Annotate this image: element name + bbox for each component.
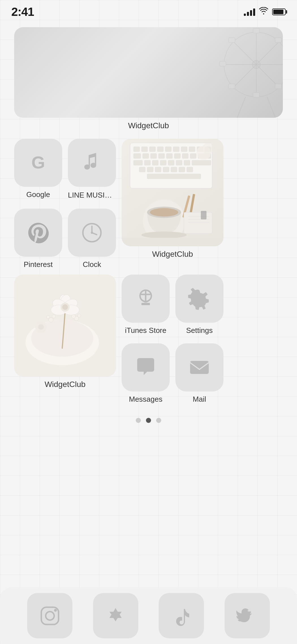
svg-rect-35 — [189, 147, 195, 152]
svg-rect-30 — [149, 147, 156, 152]
app-grid-right: iTunes Store Settings M — [122, 275, 223, 404]
svg-rect-49 — [152, 160, 158, 165]
svg-line-8 — [256, 42, 279, 65]
dock — [0, 587, 297, 644]
svg-rect-34 — [181, 147, 187, 152]
svg-point-65 — [150, 208, 178, 217]
battery-icon — [272, 8, 286, 15]
mail-icon-bg[interactable] — [175, 343, 223, 391]
google-app[interactable]: G Google — [14, 139, 62, 200]
google-icon: G — [25, 150, 51, 176]
tiktok-icon — [169, 604, 193, 628]
widget-1-label: WidgetClub — [14, 121, 283, 130]
svg-rect-57 — [155, 167, 161, 172]
svg-rect-53 — [184, 160, 190, 165]
svg-rect-10 — [253, 28, 260, 33]
settings-icon-bg[interactable] — [175, 275, 223, 323]
settings-app[interactable]: Settings — [175, 275, 223, 335]
music-note-icon — [79, 150, 105, 176]
page-dot-2[interactable] — [146, 418, 151, 423]
svg-rect-52 — [176, 160, 182, 165]
status-icons — [244, 7, 286, 17]
svg-rect-50 — [160, 160, 166, 165]
keyboard-coffee-image — [122, 139, 223, 246]
twitter-icon — [235, 604, 259, 628]
svg-rect-59 — [171, 167, 177, 172]
clock-label: Clock — [83, 260, 101, 269]
tiktok-dock-app[interactable] — [159, 593, 204, 638]
wifi-icon — [259, 7, 268, 17]
svg-rect-67 — [122, 238, 223, 246]
twitter-dock-app[interactable] — [225, 593, 270, 638]
svg-point-90 — [52, 315, 55, 318]
svg-point-97 — [38, 324, 44, 330]
app-store-icon — [104, 604, 128, 628]
itunes-store-icon-bg[interactable] — [122, 275, 170, 323]
svg-rect-38 — [134, 153, 141, 159]
svg-rect-42 — [166, 153, 173, 159]
instagram-dock-app[interactable] — [27, 593, 72, 638]
itunes-store-app[interactable]: iTunes Store — [122, 275, 170, 335]
ferris-wheel-image — [181, 27, 283, 118]
svg-rect-31 — [157, 147, 163, 152]
line-music-app[interactable]: LINE MUSIC 音: — [68, 139, 116, 200]
page-dot-3[interactable] — [156, 418, 161, 423]
svg-line-18 — [235, 97, 246, 118]
clock-icon-bg[interactable] — [68, 209, 116, 257]
svg-point-92 — [78, 314, 81, 317]
svg-rect-58 — [163, 167, 169, 172]
svg-rect-62 — [147, 174, 201, 179]
clock-icon — [79, 220, 105, 245]
clock-app[interactable]: Clock — [68, 209, 116, 269]
svg-rect-43 — [174, 153, 180, 159]
messages-label: Messages — [129, 395, 163, 404]
itunes-store-icon — [133, 286, 158, 311]
gear-icon — [187, 286, 212, 311]
app-store-dock-app[interactable] — [93, 593, 138, 638]
widget-1[interactable]: WidgetClub — [14, 27, 283, 139]
svg-rect-51 — [168, 160, 174, 165]
svg-rect-56 — [147, 167, 153, 172]
svg-rect-17 — [229, 84, 235, 89]
widget-3-wrapper[interactable]: WidgetClub — [14, 275, 116, 389]
pinterest-icon — [25, 220, 51, 245]
svg-point-93 — [72, 314, 76, 318]
mail-app[interactable]: Mail — [175, 343, 223, 404]
line-music-icon-bg[interactable] — [68, 139, 116, 187]
svg-point-103 — [46, 611, 54, 620]
status-time: 2:41 — [11, 5, 34, 19]
svg-rect-61 — [187, 167, 193, 172]
instagram-icon — [38, 604, 62, 628]
svg-rect-48 — [144, 160, 150, 165]
home-screen: WidgetClub G Google LINE MUSI — [0, 22, 297, 437]
mail-icon — [187, 355, 212, 380]
svg-rect-47 — [134, 160, 143, 165]
svg-point-76 — [202, 143, 214, 154]
app-row-1: G Google LINE MUSIC 音: — [14, 139, 283, 269]
page-dot-1[interactable] — [136, 418, 141, 423]
svg-line-9 — [233, 65, 256, 87]
messages-icon — [133, 355, 158, 380]
svg-rect-99 — [141, 303, 150, 305]
svg-point-26 — [91, 232, 93, 234]
widget-3-label: WidgetClub — [45, 380, 86, 389]
itunes-store-label: iTunes Store — [125, 326, 166, 335]
svg-rect-45 — [190, 153, 196, 159]
svg-line-6 — [233, 42, 256, 65]
pinterest-icon-bg[interactable] — [14, 209, 62, 257]
widget-2-wrapper[interactable]: WidgetClub — [122, 139, 223, 259]
svg-rect-29 — [141, 147, 148, 152]
app-grid-left: G Google LINE MUSIC 音: — [14, 139, 116, 269]
signal-icon — [244, 8, 255, 16]
flower-image — [14, 275, 116, 376]
svg-rect-39 — [143, 153, 149, 159]
pinterest-label: Pinterest — [24, 260, 53, 269]
svg-rect-70 — [184, 212, 212, 234]
google-icon-bg[interactable]: G — [14, 139, 62, 187]
messages-icon-bg[interactable] — [122, 343, 170, 391]
messages-app[interactable]: Messages — [122, 343, 170, 404]
svg-rect-44 — [182, 153, 188, 159]
app-row-2: WidgetClub iTunes Store — [14, 275, 283, 404]
pinterest-app[interactable]: Pinterest — [14, 209, 62, 269]
svg-point-104 — [54, 609, 57, 612]
